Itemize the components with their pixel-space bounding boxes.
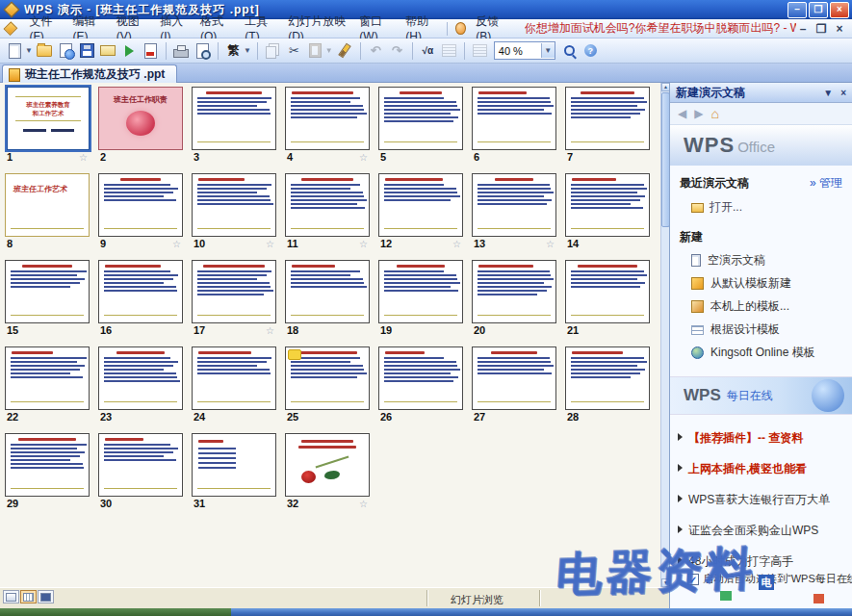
promo-banner-text[interactable]: 你想增加面试机会吗?你希望在职场中脱颖而出吗? - WPS特别... (525, 20, 796, 37)
slide-sorter-view-button[interactable] (20, 590, 37, 603)
slide-thumbnail[interactable] (565, 260, 650, 323)
online-link[interactable]: WPS喜获大连银行百万大单 (678, 493, 844, 507)
slide-thumbnail[interactable] (5, 346, 90, 410)
slide-thumbnail[interactable] (285, 346, 370, 410)
paste-dropdown-icon[interactable]: ▼ (325, 46, 333, 55)
new-item-link[interactable]: 本机上的模板... (691, 298, 852, 315)
restore-button[interactable]: ❐ (809, 2, 828, 18)
vertical-scrollbar[interactable]: ▲ ▼ (660, 83, 669, 587)
slide-thumbnail[interactable] (472, 260, 556, 323)
traditional-dropdown-icon[interactable]: ▼ (244, 46, 251, 55)
home-icon[interactable]: ⌂ (710, 106, 718, 121)
close-button[interactable]: × (830, 2, 849, 18)
transition-star-icon[interactable]: ☆ (79, 152, 88, 163)
email-button[interactable] (99, 41, 117, 60)
web-page-button[interactable] (57, 41, 75, 60)
traditional-convert-button[interactable]: 繁 (224, 41, 243, 60)
transition-star-icon[interactable]: ☆ (266, 325, 274, 336)
online-link[interactable]: 48小时成为打字高手 (678, 554, 844, 569)
online-link[interactable]: 证监会全面采购金山WPS (678, 524, 844, 538)
transition-star-icon[interactable]: ☆ (359, 152, 368, 163)
doc-minimize-button[interactable]: – (796, 22, 810, 36)
transition-star-icon[interactable]: ☆ (359, 239, 368, 249)
gridlines-button[interactable] (471, 41, 489, 60)
normal-view-button[interactable] (3, 590, 19, 603)
slide-thumbnail[interactable] (565, 346, 650, 410)
insert-table-button[interactable] (440, 41, 458, 60)
transition-star-icon[interactable]: ☆ (359, 499, 368, 509)
document-tab[interactable]: 班主任工作规范及技巧 .ppt (2, 64, 177, 84)
help-button[interactable]: ? (581, 41, 600, 60)
slide-thumbnail[interactable] (285, 260, 370, 323)
minimize-button[interactable]: – (787, 2, 807, 18)
slide-thumbnail[interactable] (285, 87, 370, 150)
slide-thumbnail[interactable] (192, 433, 276, 497)
slide-thumbnail[interactable] (98, 346, 183, 410)
task-pane-close-icon[interactable]: × (840, 88, 846, 98)
slide-thumbnail[interactable] (565, 173, 650, 237)
slide-thumbnail[interactable] (98, 173, 183, 237)
daily-online-banner[interactable]: WPS 每日在线 (670, 376, 852, 415)
copy-button[interactable] (264, 41, 282, 60)
slide-thumbnail[interactable] (565, 87, 650, 150)
slide-thumbnail[interactable] (192, 346, 276, 410)
doc-restore-button[interactable]: ❐ (814, 22, 828, 36)
zoom-combobox[interactable]: 40 % ▼ (494, 41, 555, 60)
transition-star-icon[interactable]: ☆ (266, 239, 274, 249)
redo-button[interactable]: ↷ (388, 41, 406, 60)
save-button[interactable] (78, 41, 96, 60)
autoconnect-option[interactable]: ✓ 启动后自动连接到“WPS每日在线” (687, 572, 852, 586)
export-button[interactable] (120, 41, 139, 60)
slide-thumbnail[interactable] (472, 173, 556, 237)
formula-button[interactable]: √α (419, 41, 437, 60)
slide-thumbnail[interactable] (192, 260, 276, 323)
slide-thumbnail[interactable] (378, 87, 463, 150)
online-link[interactable]: 【推荐插件】-- 查资料 (678, 431, 844, 446)
autoconnect-checkbox[interactable]: ✓ (687, 574, 699, 585)
transition-star-icon[interactable]: ☆ (546, 239, 555, 249)
paste-button[interactable] (306, 41, 324, 60)
print-button[interactable] (172, 41, 191, 60)
open-file-link[interactable]: 打开... (691, 199, 852, 216)
new-item-link[interactable]: 空演示文稿 (691, 252, 852, 269)
cut-button[interactable]: ✂ (285, 41, 303, 60)
slide-thumbnail[interactable]: 班主任工作职责 (98, 87, 183, 150)
slide-thumbnail[interactable] (98, 433, 183, 497)
slide-thumbnail[interactable] (378, 260, 463, 323)
new-item-link[interactable]: Kingsoft Online 模板 (691, 345, 852, 361)
find-button[interactable] (560, 41, 579, 60)
forward-icon[interactable]: ▶ (694, 107, 703, 120)
app-menu-icon[interactable] (4, 21, 18, 36)
slideshow-view-button[interactable] (38, 590, 54, 603)
pdf-export-button[interactable] (142, 41, 160, 60)
manage-link[interactable]: » 管理 (810, 175, 842, 192)
slide-thumbnail[interactable]: 班主任工作艺术 (5, 173, 90, 237)
open-button[interactable] (36, 41, 54, 60)
online-link[interactable]: 上网本插件,横竖也能看 (678, 462, 844, 476)
slide-thumbnail[interactable] (192, 173, 276, 237)
slide-thumbnail[interactable] (5, 260, 90, 323)
slide-thumbnail[interactable] (98, 260, 183, 323)
slide-thumbnail[interactable]: 班主任素养教育和工作艺术 (7, 87, 90, 150)
undo-button[interactable]: ↶ (367, 41, 385, 60)
slide-thumbnail[interactable] (378, 346, 463, 410)
slide-thumbnail[interactable] (472, 346, 556, 410)
new-document-button[interactable] (6, 41, 24, 60)
transition-star-icon[interactable]: ☆ (452, 239, 461, 249)
zoom-dropdown-icon[interactable]: ▼ (541, 43, 555, 58)
transition-star-icon[interactable]: ☆ (172, 239, 181, 249)
new-item-link[interactable]: 从默认模板新建 (691, 275, 852, 292)
back-icon[interactable]: ◀ (678, 107, 686, 120)
slide-thumbnail[interactable] (472, 87, 556, 150)
print-preview-button[interactable] (194, 41, 212, 60)
slide-thumbnail[interactable] (192, 87, 276, 150)
slide-thumbnail[interactable] (378, 173, 463, 237)
new-document-dropdown-icon[interactable]: ▼ (25, 46, 33, 55)
slide-thumbnail[interactable] (285, 173, 370, 237)
doc-close-button[interactable]: × (833, 22, 846, 36)
slide-thumbnail[interactable] (285, 433, 370, 497)
task-pane-dropdown-icon[interactable]: ▼ (823, 88, 833, 98)
slide-thumbnail[interactable] (5, 433, 90, 497)
new-item-link[interactable]: 根据设计模板 (691, 321, 852, 338)
format-painter-button[interactable] (336, 41, 354, 60)
